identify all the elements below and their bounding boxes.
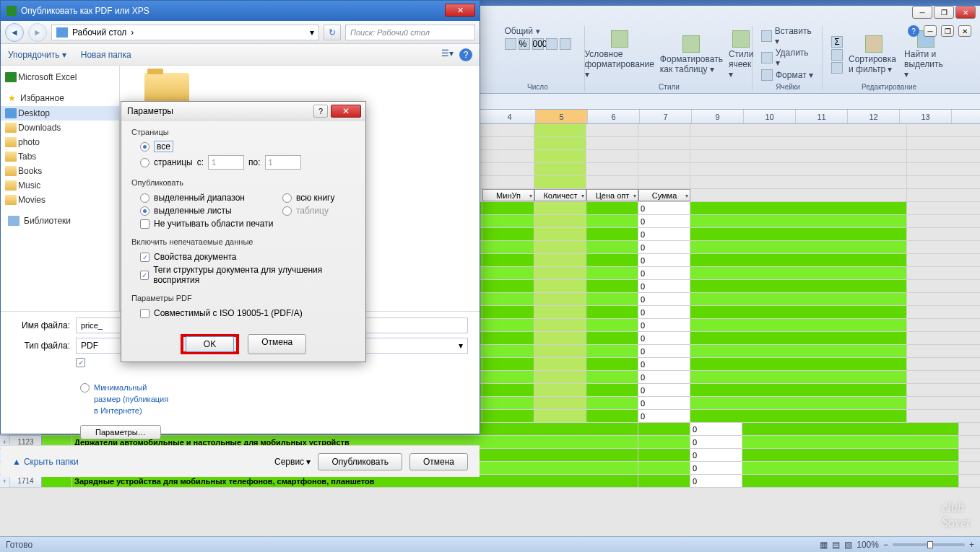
sidebar-libraries[interactable]: Библиотеки	[1, 213, 119, 229]
col-header[interactable]: 11	[796, 110, 848, 123]
view-layout-icon[interactable]: ▤	[832, 540, 840, 550]
find-select[interactable]: Найти и выделить ▾	[904, 30, 947, 79]
col-header[interactable]: 13	[900, 110, 952, 123]
col-header[interactable]: 5	[536, 110, 588, 123]
view-normal-icon[interactable]: ▦	[820, 540, 828, 550]
organize-menu[interactable]: Упорядочить ▾	[8, 50, 66, 60]
ignore-print-checkbox[interactable]	[140, 219, 149, 229]
section-pdf: Параметры PDF	[131, 292, 355, 304]
open-after-checkbox[interactable]	[76, 358, 85, 367]
ok-button[interactable]: OK	[186, 336, 234, 352]
window-close[interactable]: ✕	[955, 6, 976, 19]
iso-checkbox[interactable]	[140, 309, 149, 318]
table-header[interactable]: Количест	[534, 189, 586, 201]
service-menu[interactable]: Сервис ▾	[274, 457, 311, 467]
table-header[interactable]: Сумма	[638, 189, 690, 201]
comma-icon[interactable]: 000	[532, 38, 544, 50]
number-format-dropdown[interactable]: Общий ▾	[505, 26, 541, 36]
pub-table-radio	[282, 206, 292, 216]
col-header[interactable]: 6	[588, 110, 640, 123]
doc-props-checkbox[interactable]	[140, 253, 149, 262]
dialog-close[interactable]: ✕	[445, 4, 475, 17]
view-break-icon[interactable]: ▧	[844, 540, 852, 550]
zoom-slider[interactable]	[893, 543, 965, 546]
desktop-icon	[56, 27, 68, 38]
format-as-table[interactable]: Форматировать как таблицу ▾	[660, 35, 723, 74]
address-bar[interactable]: Рабочий стол› ▾	[51, 25, 319, 40]
autosum-icon[interactable]: Σ	[831, 36, 843, 48]
col-header[interactable]: 7	[640, 110, 692, 123]
col-header[interactable]: 12	[848, 110, 900, 123]
page-from-input[interactable]: 1	[208, 155, 244, 170]
col-header[interactable]: 4	[484, 110, 536, 123]
ribbon-restore[interactable]: ❐	[941, 25, 954, 37]
col-header[interactable]: 10	[744, 110, 796, 123]
ribbon-close[interactable]: ✕	[958, 25, 971, 37]
view-menu[interactable]: ☰▾	[441, 48, 454, 61]
status-bar: Готово ▦ ▤ ▧ 100% − +	[0, 536, 980, 552]
search-input[interactable]: Поиск: Рабочий стол	[345, 25, 475, 40]
sidebar-favorites[interactable]: ★Избранное	[1, 90, 119, 106]
fill-icon[interactable]	[831, 49, 843, 61]
zoom-in[interactable]: +	[969, 540, 974, 550]
delete-cells[interactable]: Удалить ▾	[761, 48, 815, 68]
ribbon-minimize[interactable]: ─	[924, 25, 937, 37]
help-icon[interactable]: ?	[459, 48, 472, 61]
clear-icon[interactable]	[831, 62, 843, 74]
sidebar-item-movies[interactable]: Movies	[1, 193, 119, 207]
zoom-out[interactable]: −	[883, 540, 888, 550]
new-folder-button[interactable]: Новая папка	[81, 50, 131, 60]
sidebar-item-tabs[interactable]: Tabs	[1, 149, 119, 164]
page-to-input[interactable]: 1	[265, 155, 301, 170]
zoom-level: 100%	[857, 540, 879, 550]
section-publish: Опубликовать	[131, 177, 355, 188]
pages-all-label: все	[154, 141, 173, 152]
group-editing: Редактирование	[862, 83, 916, 91]
nav-back[interactable]: ◄	[5, 23, 24, 42]
pages-all-radio[interactable]	[140, 142, 149, 152]
publish-button[interactable]: Опубликовать	[318, 453, 402, 470]
params-help[interactable]: ?	[313, 105, 328, 118]
sidebar-item-music[interactable]: Music	[1, 178, 119, 193]
sidebar-item-desktop[interactable]: Desktop	[1, 106, 119, 121]
hide-folders[interactable]: ▲Скрыть папки	[12, 457, 79, 467]
cell-styles[interactable]: Стили ячеек ▾	[729, 30, 754, 79]
parameters-dialog: Параметры ? ✕ Страницы все страницы с: 1…	[121, 101, 366, 362]
sort-filter[interactable]: Сортировка и фильтр ▾	[849, 35, 898, 74]
sidebar-item-books[interactable]: Books	[1, 164, 119, 178]
format-cells[interactable]: Формат ▾	[761, 69, 813, 81]
currency-icon[interactable]	[505, 38, 516, 50]
section-pages: Страницы	[131, 128, 355, 136]
conditional-formatting[interactable]: Условное форматирование ▾	[585, 30, 654, 79]
sidebar-item-downloads[interactable]: Downloads	[1, 121, 119, 135]
table-header[interactable]: Цена опт	[586, 189, 638, 201]
pub-sheets-radio[interactable]	[140, 206, 149, 216]
params-close[interactable]: ✕	[331, 105, 361, 118]
table-header[interactable]: МинУп	[482, 189, 534, 201]
params-cancel-button[interactable]: Отмена	[248, 334, 306, 354]
sidebar-item-photo[interactable]: photo	[1, 135, 119, 149]
optimize-min-radio[interactable]	[80, 383, 90, 393]
section-nonprint: Включить непечатаемые данные	[131, 236, 355, 247]
insert-cells[interactable]: Вставить ▾	[761, 26, 815, 46]
parameters-button[interactable]: Параметры…	[80, 425, 161, 439]
filename-label: Имя файла:	[12, 320, 70, 330]
dec-decimal-icon[interactable]	[560, 38, 571, 50]
params-title: Параметры ? ✕	[121, 102, 365, 121]
sidebar-item-excel[interactable]: Microsoft Excel	[1, 70, 119, 84]
refresh-icon[interactable]: ↻	[324, 25, 341, 40]
pages-range-radio[interactable]	[140, 158, 149, 167]
pub-range-radio[interactable]	[140, 193, 149, 203]
window-restore[interactable]: ❐	[934, 6, 954, 19]
percent-icon[interactable]: %	[519, 38, 530, 50]
group-styles: Стили	[659, 83, 680, 91]
inc-decimal-icon[interactable]	[546, 38, 558, 50]
window-minimize[interactable]: ─	[912, 6, 932, 19]
struct-tags-checkbox[interactable]	[140, 271, 149, 280]
help-icon[interactable]: ?	[908, 25, 919, 37]
nav-forward[interactable]: ►	[28, 23, 47, 42]
cancel-button[interactable]: Отмена	[409, 453, 468, 470]
pub-book-radio[interactable]	[282, 193, 292, 203]
dialog-title: Опубликовать как PDF или XPS ✕	[1, 1, 480, 21]
col-header[interactable]: 9	[692, 110, 744, 123]
